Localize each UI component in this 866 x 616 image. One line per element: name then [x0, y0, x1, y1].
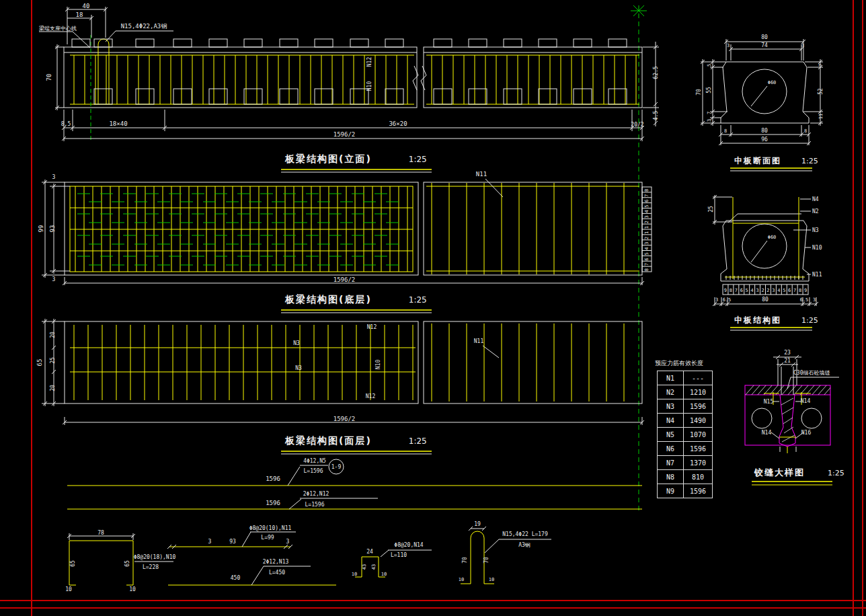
annotation-label: N12	[367, 324, 377, 330]
annotation-label: 99	[38, 225, 44, 233]
annotation-label: 65	[124, 560, 130, 567]
annotation-label: 21	[784, 358, 791, 364]
table-row: N51070	[658, 428, 713, 442]
annotation-label: 3	[52, 276, 56, 282]
annotation-label: 78	[97, 530, 104, 536]
annotation-label: Φ8@20(18),N10	[134, 554, 176, 560]
annotation-label: 24	[366, 549, 373, 555]
bar-schedule-lines	[67, 459, 642, 509]
table-cell: 1596	[684, 442, 713, 456]
strip-cell: 2	[761, 288, 764, 293]
table-cell: N6	[658, 442, 684, 456]
strip-cell: 3	[756, 288, 758, 293]
annotation-label: N2	[812, 208, 819, 215]
table-cell: N4	[658, 414, 684, 428]
n10-stirrup-shape	[69, 541, 133, 585]
annotation-label: 5	[707, 64, 712, 67]
break-symbol	[413, 66, 418, 90]
annotation-label: Φ8@20,N14	[394, 542, 424, 548]
view-title-text: 板梁结构图(立面)	[285, 153, 372, 165]
view-scale-text: 1:25	[828, 469, 844, 477]
strip-cell: 8	[644, 268, 650, 271]
annotation-label: 62.5	[653, 66, 659, 79]
annotation-label: 43	[362, 564, 367, 570]
annotation-label: 55	[706, 87, 712, 93]
annotation-label: 4Φ12,N5	[303, 458, 326, 464]
top-plan-view-title: 板梁结构图(面层) 1:25	[285, 435, 427, 447]
annotation-label: L=110	[391, 552, 407, 558]
strip-cell: 6	[644, 200, 650, 202]
annotation-label: 4.5	[653, 111, 659, 121]
annotation-label: 1596	[266, 475, 280, 482]
strip-cell: 3	[772, 288, 775, 293]
shear-key-tab	[315, 39, 333, 47]
strip-cell: 7	[793, 288, 796, 293]
strip-cell: 4	[751, 288, 754, 293]
strip-cell: 4	[644, 247, 650, 249]
annotation-label: 20	[50, 385, 56, 391]
annotation-label: 7	[818, 64, 824, 67]
table-row: N71370	[658, 456, 713, 470]
table-row: N61596	[658, 442, 713, 456]
strip-cell: 7	[644, 263, 650, 266]
annotation-label: 3	[801, 43, 804, 48]
annotation-label: N14	[762, 430, 772, 436]
strip-cell: 4	[644, 210, 650, 213]
table-row: N1---	[658, 371, 713, 385]
strip-cell: 5	[644, 252, 650, 255]
annotation-label: N10	[375, 360, 381, 370]
table-cell: 1070	[684, 428, 713, 442]
joint-detail-view-title: 铰缝大样图 1:25	[754, 467, 844, 479]
table-cell: 1210	[684, 385, 713, 399]
annotation-label: N3	[295, 365, 302, 371]
annotation-label: 1596/2	[333, 276, 356, 283]
bar-number-strip-vertical: 8765432112345678	[642, 189, 652, 271]
annotation-label: 20	[50, 332, 56, 338]
annotation-label: 8.5	[61, 121, 71, 127]
strip-cell: 2	[766, 288, 769, 293]
annotation-label: 10	[381, 572, 387, 577]
view-title-text: 板梁结构图(面层)	[285, 435, 372, 447]
annotation-label: 1596/2	[333, 416, 356, 422]
dowel-pocket	[350, 89, 368, 104]
table-cell: 1596	[684, 399, 713, 414]
view-title-text: 中板结构图	[734, 315, 781, 326]
annotation-label: 70	[483, 557, 489, 564]
table-cell: N3	[658, 399, 684, 414]
annotation-label: N15,4Φ22 L=179	[502, 531, 548, 537]
table-cell: 810	[684, 470, 713, 484]
rebar-length-table: N1---N21210N31596N41490N51070N61596N7137…	[657, 371, 713, 498]
table-row: N91596	[658, 484, 713, 498]
cad-sheet: 9876543223456789 8765432112345678 4018梁端…	[0, 0, 866, 616]
strip-cell: 2	[644, 237, 650, 239]
strip-cell: 8	[644, 189, 650, 192]
shear-key-tab	[173, 39, 192, 47]
bar-number-strip-horizontal: 9876543223456789	[724, 284, 807, 295]
strip-cell: 8	[730, 288, 732, 293]
cad-canvas: 9876543223456789 8765432112345678 4018梁端…	[0, 0, 866, 616]
bottom-plan-view-title: 板梁结构图(底层) 1:25	[285, 294, 427, 306]
dowel-pocket	[539, 89, 557, 104]
strip-cell: 5	[746, 288, 748, 293]
annotation-label: N3	[293, 340, 300, 346]
view-title-text: 铰缝大样图	[754, 467, 805, 479]
shear-key-tab	[434, 39, 452, 47]
view-scale-text: 1:25	[409, 436, 427, 446]
strip-cell: 6	[788, 288, 791, 293]
shear-key-tab	[608, 39, 627, 47]
table-cell: 1490	[684, 414, 713, 428]
strip-cell: 1	[644, 226, 650, 229]
annotation-label: 6.5	[800, 297, 809, 303]
annotation-label: N16	[801, 430, 812, 436]
annotation-label: L=1596	[304, 468, 323, 474]
dowel-pocket	[385, 89, 403, 104]
view-scale-text: 1:25	[409, 295, 427, 305]
annotation-label: 70	[696, 89, 702, 95]
view-scale-text: 1:25	[801, 157, 818, 165]
annotation-label: A3钢	[518, 542, 530, 548]
void-circle	[742, 69, 787, 114]
table-cell: N8	[658, 470, 684, 484]
shear-key-tab	[539, 39, 557, 47]
annotation-label: 3	[813, 297, 816, 303]
annotation-label: 25	[708, 206, 714, 213]
